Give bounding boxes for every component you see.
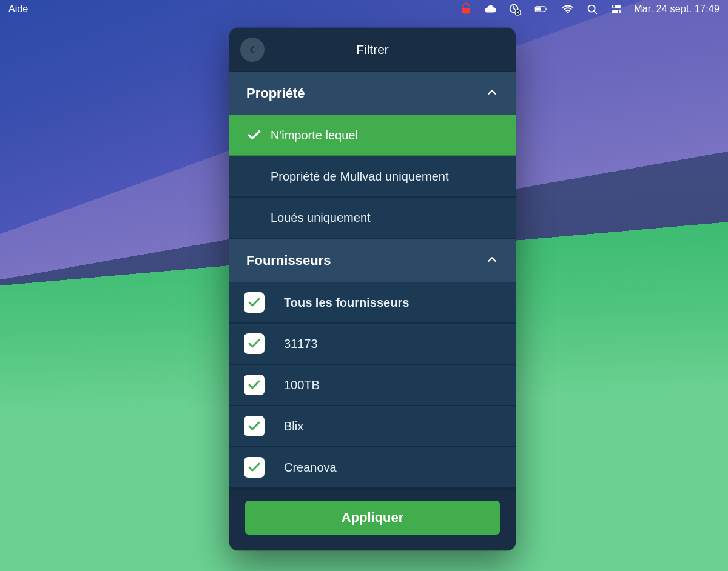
filter-scroll-area[interactable]: Propriété N'importe lequel Propriété de … xyxy=(229,72,516,489)
checkbox-checked[interactable] xyxy=(244,416,265,436)
svg-point-10 xyxy=(613,5,616,8)
svg-rect-5 xyxy=(546,8,547,10)
app-header: Filtrer xyxy=(229,28,516,72)
app-footer: Appliquer xyxy=(229,489,516,550)
status-disabled-icon[interactable] xyxy=(508,2,521,16)
menubar: Aide Mar. 24 sept. 17: xyxy=(0,0,728,18)
svg-point-11 xyxy=(618,10,620,13)
wifi-icon[interactable] xyxy=(561,2,575,16)
svg-point-7 xyxy=(588,5,595,12)
menubar-datetime[interactable]: Mar. 24 sept. 17:49 xyxy=(634,4,720,15)
section-header-providers[interactable]: Fournisseurs xyxy=(229,239,516,282)
option-label: N'importe lequel xyxy=(271,129,358,142)
option-label: Propriété de Mullvad uniquement xyxy=(271,170,449,184)
provider-label: Tous les fournisseurs xyxy=(284,296,409,310)
battery-icon[interactable] xyxy=(532,2,550,16)
menubar-app-menu[interactable]: Aide xyxy=(8,4,28,15)
checkbox-checked[interactable] xyxy=(244,333,265,354)
provider-label: Creanova xyxy=(284,461,337,475)
option-label: Loués uniquement xyxy=(271,211,371,225)
checkbox-checked[interactable] xyxy=(244,457,265,478)
provider-item[interactable]: 31173 xyxy=(229,324,516,365)
page-title: Filtrer xyxy=(229,42,516,57)
desktop-wallpaper: Aide Mar. 24 sept. 17: xyxy=(0,0,728,571)
svg-point-6 xyxy=(567,12,569,13)
provider-all[interactable]: Tous les fournisseurs xyxy=(229,282,516,324)
control-center-icon[interactable] xyxy=(610,2,623,16)
section-title: Fournisseurs xyxy=(246,253,485,269)
ownership-option-rented-only[interactable]: Loués uniquement xyxy=(229,198,516,239)
provider-label: 100TB xyxy=(284,378,320,392)
apply-button[interactable]: Appliquer xyxy=(245,501,500,535)
provider-item[interactable]: 100TB xyxy=(229,365,516,406)
provider-item[interactable]: Blix xyxy=(229,406,516,447)
section-header-ownership[interactable]: Propriété xyxy=(229,72,516,115)
ownership-option-mullvad-only[interactable]: Propriété de Mullvad uniquement xyxy=(229,156,516,198)
chevron-up-icon xyxy=(485,85,499,101)
search-icon[interactable] xyxy=(585,2,599,16)
provider-label: 31173 xyxy=(284,337,318,351)
checkbox-checked[interactable] xyxy=(244,292,265,313)
checkbox-checked[interactable] xyxy=(244,375,265,395)
filter-window: Filtrer Propriété N'importe lequel Propr… xyxy=(229,28,516,550)
check-icon xyxy=(246,127,267,143)
back-button[interactable] xyxy=(240,38,265,62)
svg-rect-4 xyxy=(536,7,541,11)
svg-rect-0 xyxy=(462,8,470,13)
provider-item[interactable]: Creanova xyxy=(229,447,516,489)
provider-label: Blix xyxy=(284,419,303,433)
section-title: Propriété xyxy=(246,85,485,101)
cloud-icon[interactable] xyxy=(484,2,497,16)
chevron-up-icon xyxy=(485,253,499,269)
lock-open-icon[interactable] xyxy=(459,2,473,16)
ownership-option-any[interactable]: N'importe lequel xyxy=(229,115,516,156)
